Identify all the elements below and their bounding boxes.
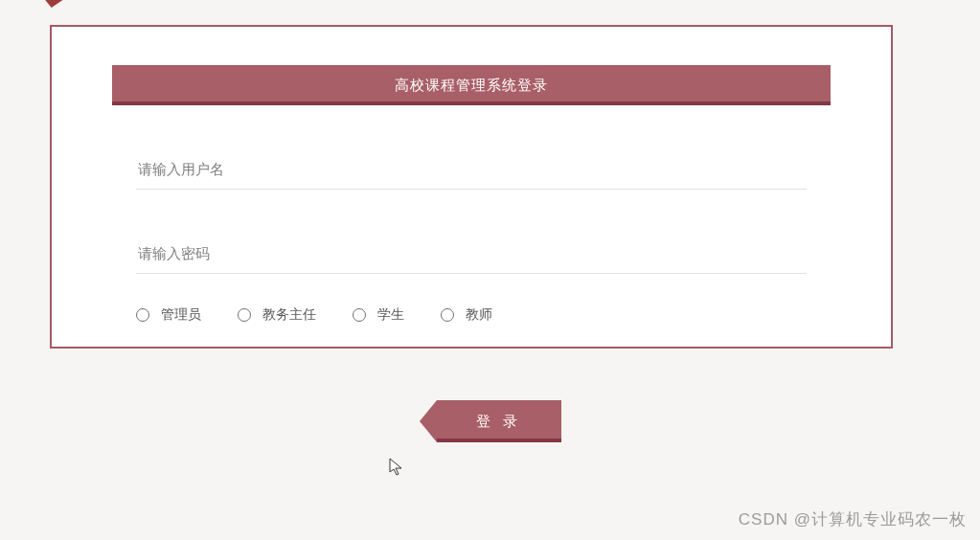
role-label: 学生: [377, 306, 404, 324]
corner-logo: [36, 0, 72, 8]
login-form: 管理员 教务主任 学生 教师: [136, 151, 807, 324]
login-panel: 高校课程管理系统登录 管理员 教务主任 学生: [50, 25, 893, 349]
password-field-wrap: [136, 236, 807, 274]
role-label: 教师: [466, 306, 492, 324]
cursor-icon: [389, 458, 404, 477]
role-options: 管理员 教务主任 学生 教师: [136, 306, 807, 324]
role-label: 教务主任: [262, 306, 316, 324]
role-option-student[interactable]: 学生: [353, 306, 404, 324]
username-field-wrap: [136, 151, 807, 190]
arrow-left-icon: [420, 400, 437, 442]
role-option-dean[interactable]: 教务主任: [238, 306, 316, 324]
radio-icon: [238, 308, 251, 322]
radio-icon: [136, 308, 149, 322]
password-input[interactable]: [136, 236, 807, 274]
login-button-label: 登 录: [437, 400, 561, 442]
login-button[interactable]: 登 录: [420, 400, 561, 442]
panel-title: 高校课程管理系统登录: [112, 65, 831, 105]
watermark-text: CSDN @计算机专业码农一枚: [739, 508, 967, 530]
role-option-admin[interactable]: 管理员: [136, 306, 201, 324]
radio-icon: [441, 308, 454, 322]
role-option-teacher[interactable]: 教师: [441, 306, 492, 324]
radio-icon: [353, 308, 366, 322]
username-input[interactable]: [136, 151, 807, 190]
role-label: 管理员: [161, 306, 201, 324]
